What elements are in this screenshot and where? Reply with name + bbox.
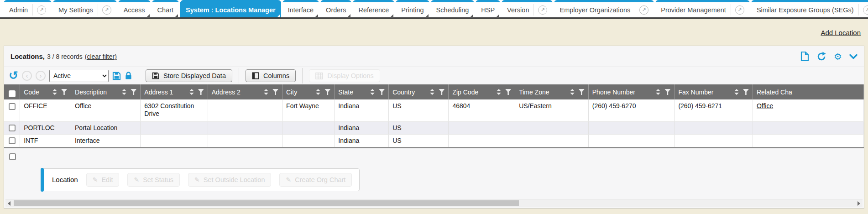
sort-icon[interactable] [430, 89, 434, 95]
clear-filter-link[interactable]: (clear filter) [85, 53, 117, 60]
select-all-checkbox[interactable] [9, 90, 16, 97]
status-filter-select[interactable]: Active [49, 70, 109, 82]
column-header-state[interactable]: State [335, 84, 389, 99]
filter-icon[interactable] [505, 89, 511, 95]
tab-chart[interactable]: Chart [152, 0, 179, 17]
tab-similar-exposure-groups-segs[interactable]: Similar Exposure Groups (SEGs)↗ [751, 0, 868, 17]
tab-admin[interactable]: Admin↗ [4, 0, 52, 17]
filter-icon[interactable] [324, 89, 330, 95]
tab-scheduling[interactable]: Scheduling [431, 0, 475, 17]
cell-zip-code [449, 121, 515, 134]
sort-icon[interactable] [316, 89, 320, 95]
filter-icon[interactable] [379, 89, 385, 95]
sort-down-arrow [189, 93, 194, 95]
cell-phone-number [588, 134, 675, 147]
tab-my-settings[interactable]: My Settings↗ [53, 0, 117, 17]
tab-system-locations-manager[interactable]: System : Locations Manager [180, 0, 281, 17]
gear-icon[interactable]: ⚙ [834, 52, 842, 61]
filter-icon[interactable] [664, 89, 670, 95]
column-header-fax-number[interactable]: Fax Number [675, 84, 753, 99]
open-in-new-icon[interactable]: ↗ [37, 5, 46, 15]
cell-text: Fort Wayne [286, 102, 319, 110]
row-checkbox[interactable] [9, 137, 16, 144]
scrollbar-thumb[interactable] [14, 200, 519, 206]
filter-icon[interactable] [579, 89, 585, 95]
tab-access[interactable]: Access [118, 0, 151, 17]
sort-icon[interactable] [122, 89, 126, 95]
column-header-time-zone[interactable]: Time Zone [515, 84, 589, 99]
row-select-cell [4, 134, 20, 147]
tab-label: Version [507, 6, 529, 14]
tab-provider-management[interactable]: Provider Management↗ [655, 0, 750, 17]
column-header-code[interactable]: Code [20, 84, 71, 99]
column-label: Address 1 [144, 89, 173, 96]
cell-address-1 [141, 134, 208, 147]
filter-icon[interactable] [198, 89, 204, 95]
tab-hsp[interactable]: HSP [476, 0, 500, 17]
sort-icon[interactable] [570, 89, 575, 95]
refresh-icon[interactable] [816, 52, 826, 62]
column-header-address-1[interactable]: Address 1 [141, 84, 208, 99]
sort-icon[interactable] [370, 89, 375, 95]
tab-body: Provider Management↗ [655, 2, 750, 17]
column-header-city[interactable]: City [282, 84, 335, 99]
open-in-new-icon[interactable]: ↗ [639, 5, 648, 15]
row-checkbox[interactable] [9, 103, 16, 110]
filter-icon[interactable] [439, 89, 444, 95]
column-label: Country [392, 89, 415, 96]
column-header-phone-number[interactable]: Phone Number [588, 84, 675, 99]
tab-orders[interactable]: Orders [320, 0, 351, 17]
column-label: City [286, 89, 297, 96]
column-header-address-2[interactable]: Address 2 [208, 84, 282, 99]
horizontal-scrollbar[interactable] [5, 199, 863, 207]
tab-reference[interactable]: Reference [353, 0, 394, 17]
cell-text: US [392, 124, 401, 131]
sort-icon[interactable] [734, 89, 739, 95]
add-location-link[interactable]: Add Location [821, 28, 861, 36]
table-row: OFFICEOffice6302 Constitution DriveFort … [4, 99, 864, 121]
save-view-icon[interactable] [112, 72, 121, 80]
filter-icon[interactable] [61, 89, 67, 95]
scroll-right-arrow-icon[interactable] [858, 201, 860, 206]
sort-icon[interactable] [264, 89, 268, 95]
cell-phone-number: (260) 459-6270 [588, 99, 675, 121]
tab-employer-organizations[interactable]: Employer Organizations↗ [554, 0, 654, 17]
sort-icon[interactable] [52, 89, 57, 95]
columns-button[interactable]: Columns [246, 69, 296, 82]
open-in-new-icon[interactable]: ↗ [538, 5, 547, 15]
next-page-button[interactable]: › [36, 71, 46, 81]
tab-interface[interactable]: Interface [282, 0, 319, 17]
open-in-new-icon[interactable]: ↗ [102, 5, 111, 15]
bottom-select-checkbox[interactable] [9, 153, 16, 160]
sort-down-arrow [370, 93, 375, 95]
cell-text: PORTLOC [24, 124, 54, 131]
sort-icon[interactable] [497, 89, 501, 95]
column-header-country[interactable]: Country [389, 84, 449, 99]
open-in-new-icon[interactable]: ↗ [863, 5, 868, 15]
filter-icon[interactable] [131, 89, 136, 95]
new-document-icon[interactable] [800, 51, 809, 62]
filter-icon[interactable] [743, 89, 749, 95]
collapse-chevron-icon[interactable] [849, 54, 858, 59]
scroll-left-arrow-icon[interactable] [8, 201, 10, 206]
filter-icon[interactable] [272, 89, 278, 95]
records-count: 3 / 8 records [47, 53, 83, 60]
store-displayed-data-button[interactable]: Store Displayed Data [146, 69, 232, 82]
column-header-related-cha[interactable]: Related Cha [753, 84, 863, 99]
related-chart-link[interactable]: Office [757, 102, 773, 110]
locations-table-wrap: CodeDescriptionAddress 1Address 2CitySta… [4, 84, 864, 147]
lock-icon[interactable] [125, 71, 132, 80]
sort-down-arrow [570, 93, 575, 95]
toolbar: ↺ ‹ › Active Store Displayed Data Column… [4, 67, 864, 84]
row-checkbox[interactable] [9, 125, 16, 131]
sort-icon[interactable] [189, 89, 194, 95]
column-header-zip-code[interactable]: Zip Code [449, 84, 515, 99]
tab-version[interactable]: Version↗ [502, 0, 553, 17]
sort-icon[interactable] [656, 89, 660, 95]
open-in-new-icon[interactable]: ↗ [735, 5, 744, 15]
tab-printing[interactable]: Printing [396, 0, 429, 17]
undo-refresh-icon[interactable]: ↺ [9, 71, 18, 81]
column-header-description[interactable]: Description [71, 84, 141, 99]
cell-time-zone: US/Eastern [515, 99, 589, 121]
previous-page-button[interactable]: ‹ [22, 71, 32, 81]
